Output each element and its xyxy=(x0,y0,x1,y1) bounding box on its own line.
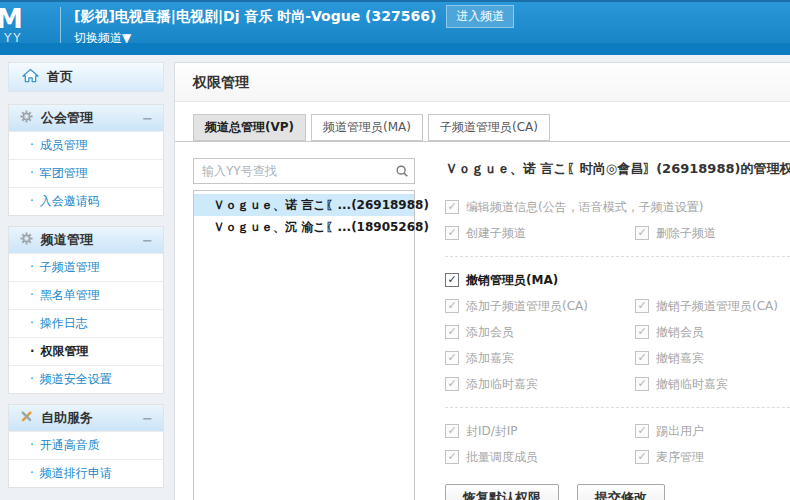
tab[interactable]: 子频道管理员(CA) xyxy=(428,114,550,141)
sidebar-item-label: 成员管理 xyxy=(40,138,88,152)
permission-group-header: ✓撤销管理员(MA) xyxy=(445,267,790,293)
permission-label: 封ID/封IP xyxy=(466,423,518,440)
sidebar-section-title: 公会管理 xyxy=(41,109,93,127)
sidebar-item-label: 开通高音质 xyxy=(40,438,100,452)
sidebar-item[interactable]: ·子频道管理 xyxy=(9,253,163,281)
permission-item: ✓撤销子频道管理员(CA) xyxy=(635,298,790,315)
checkbox-icon: ✓ xyxy=(635,299,649,313)
permission-item: ✓删除子频道 xyxy=(635,225,790,242)
checkbox-icon: ✓ xyxy=(445,351,459,365)
checkbox-icon: ✓ xyxy=(635,325,649,339)
permission-label: 编辑频道信息(公告，语音模式，子频道设置) xyxy=(466,199,703,216)
permission-item: ✓麦序管理 xyxy=(635,449,790,466)
page: M YY [影视]电视直播|电视剧|Dj 音乐 时尚-Vogue (327566… xyxy=(0,0,790,500)
checkbox-icon: ✓ xyxy=(635,424,649,438)
submit-changes-button[interactable]: 提交修改 xyxy=(577,484,665,500)
sidebar-item-label: 权限管理 xyxy=(41,344,89,358)
checkbox-icon: ✓ xyxy=(635,226,649,240)
sidebar-item[interactable]: ·军团管理 xyxy=(9,159,163,187)
sidebar-item[interactable]: ·频道安全设置 xyxy=(9,365,163,393)
admin-list-item[interactable]: Ｖｏｇｕｅ、沉 渝こ〖...(18905268) xyxy=(194,216,414,238)
search-input[interactable] xyxy=(194,159,414,183)
sidebar-item[interactable]: ·开通高音质 xyxy=(9,431,163,459)
sidebar-item-label: 频道安全设置 xyxy=(40,372,112,386)
page-title: 权限管理 xyxy=(175,63,790,102)
permission-item: ✓撤销会员 xyxy=(635,324,790,341)
permission-label: 撤销临时嘉宾 xyxy=(656,376,728,393)
sidebar-sections: 公会管理−·成员管理·军团管理·入会邀请码频道管理−·子频道管理·黑名单管理·操… xyxy=(8,104,164,488)
top-header: M YY [影视]电视直播|电视剧|Dj 音乐 时尚-Vogue (327566… xyxy=(0,0,790,55)
bullet-icon: · xyxy=(30,466,34,480)
sidebar-item[interactable]: ·黑名单管理 xyxy=(9,281,163,309)
permission-item: ✓封ID/封IP xyxy=(445,423,635,440)
permission-label: 撤销会员 xyxy=(656,324,704,341)
sidebar-item-label: 频道排行申请 xyxy=(40,466,112,480)
permission-label: 批量调度成员 xyxy=(466,449,538,466)
permission-item: ✓添加嘉宾 xyxy=(445,350,635,367)
restore-defaults-button[interactable]: 恢复默认权限 xyxy=(445,484,559,500)
channel-title: [影视]电视直播|电视剧|Dj 音乐 时尚-Vogue (327566) xyxy=(74,8,436,26)
sidebar-section: 自助服务−·开通高音质·频道排行申请 xyxy=(8,404,164,488)
tab[interactable]: 频道管理员(MA) xyxy=(311,114,423,141)
permission-item: ✓添加子频道管理员(CA) xyxy=(445,298,635,315)
permission-label: 添加会员 xyxy=(466,324,514,341)
collapse-icon[interactable]: − xyxy=(142,233,153,248)
sidebar-item-home[interactable]: 首页 xyxy=(8,62,164,92)
checkbox-icon: ✓ xyxy=(445,377,459,391)
bullet-icon: · xyxy=(30,260,34,274)
bullet-icon: · xyxy=(30,372,34,386)
collapse-icon[interactable]: − xyxy=(142,111,153,126)
permission-item: ✓添加临时嘉宾 xyxy=(445,376,635,393)
permission-item: ✓撤销管理员(MA) xyxy=(445,272,558,289)
enter-channel-button[interactable]: 进入频道 xyxy=(446,5,514,28)
sidebar-section-header[interactable]: 频道管理− xyxy=(9,227,163,253)
sidebar-item-label: 子频道管理 xyxy=(40,260,100,274)
checkbox-icon: ✓ xyxy=(445,299,459,313)
sidebar-section: 公会管理−·成员管理·军团管理·入会邀请码 xyxy=(8,104,164,216)
header-row: [影视]电视直播|电视剧|Dj 音乐 时尚-Vogue (327566) 进入频… xyxy=(74,5,514,28)
sidebar-item[interactable]: ·操作日志 xyxy=(9,309,163,337)
bullet-icon: · xyxy=(30,166,34,180)
permission-row: ✓添加子频道管理员(CA)✓撤销子频道管理员(CA) xyxy=(445,293,790,319)
tools-icon xyxy=(19,409,34,427)
permission-item: ✓批量调度成员 xyxy=(445,449,635,466)
checkbox-icon: ✓ xyxy=(445,226,459,240)
sidebar-section-title: 频道管理 xyxy=(41,231,93,249)
checkbox-icon: ✓ xyxy=(445,200,459,214)
sidebar-item[interactable]: ·入会邀请码 xyxy=(9,187,163,215)
header-bottom-strip xyxy=(0,43,790,55)
sidebar-item-label: 军团管理 xyxy=(40,166,88,180)
collapse-icon[interactable]: − xyxy=(142,411,153,426)
sidebar: 首页 公会管理−·成员管理·军团管理·入会邀请码频道管理−·子频道管理·黑名单管… xyxy=(8,62,164,498)
content-wrapper: 首页 公会管理−·成员管理·军团管理·入会邀请码频道管理−·子频道管理·黑名单管… xyxy=(0,55,790,500)
tab[interactable]: 频道总管理(VP) xyxy=(193,114,306,141)
permission-label: 撤销嘉宾 xyxy=(656,350,704,367)
permission-label: 删除子频道 xyxy=(656,225,716,242)
permission-groups: ✓编辑频道信息(公告，语音模式，子频道设置)✓创建子频道✓删除子频道✓撤销管理员… xyxy=(445,194,790,470)
checkbox-icon: ✓ xyxy=(635,377,649,391)
checkbox-icon[interactable]: ✓ xyxy=(445,273,459,287)
permissions-title: Ｖｏｇｕｅ、诺 言こ〖时尚◎會昌〗(26918988)的管理权限: xyxy=(445,160,790,178)
checkbox-icon: ✓ xyxy=(635,351,649,365)
permission-label: 添加子频道管理员(CA) xyxy=(466,298,588,315)
logo: M xyxy=(0,3,22,34)
permission-item: ✓撤销临时嘉宾 xyxy=(635,376,790,393)
permission-row: ✓批量调度成员✓麦序管理 xyxy=(445,444,790,470)
checkbox-icon: ✓ xyxy=(445,424,459,438)
sidebar-item[interactable]: ·成员管理 xyxy=(9,131,163,159)
sidebar-item[interactable]: ·权限管理 xyxy=(9,337,163,365)
checkbox-icon: ✓ xyxy=(445,450,459,464)
header-divider xyxy=(60,7,61,44)
permission-row: ✓封ID/封IP✓踢出用户 xyxy=(445,418,790,444)
search-icon[interactable] xyxy=(395,164,409,181)
admin-list-panel: Ｖｏｇｕｅ、诺 言こ〖...(26918988)Ｖｏｇｕｅ、沉 渝こ〖...(1… xyxy=(193,158,415,500)
admin-list-item[interactable]: Ｖｏｇｕｅ、诺 言こ〖...(26918988) xyxy=(194,194,414,216)
permission-row: ✓编辑频道信息(公告，语音模式，子频道设置) xyxy=(445,194,790,220)
sidebar-section-header[interactable]: 自助服务− xyxy=(9,405,163,431)
sidebar-section-header[interactable]: 公会管理− xyxy=(9,105,163,131)
permission-label: 撤销子频道管理员(CA) xyxy=(656,298,778,315)
sidebar-item[interactable]: ·频道排行申请 xyxy=(9,459,163,487)
permission-label: 创建子频道 xyxy=(466,225,526,242)
home-icon xyxy=(22,68,39,86)
permission-label: 添加嘉宾 xyxy=(466,350,514,367)
